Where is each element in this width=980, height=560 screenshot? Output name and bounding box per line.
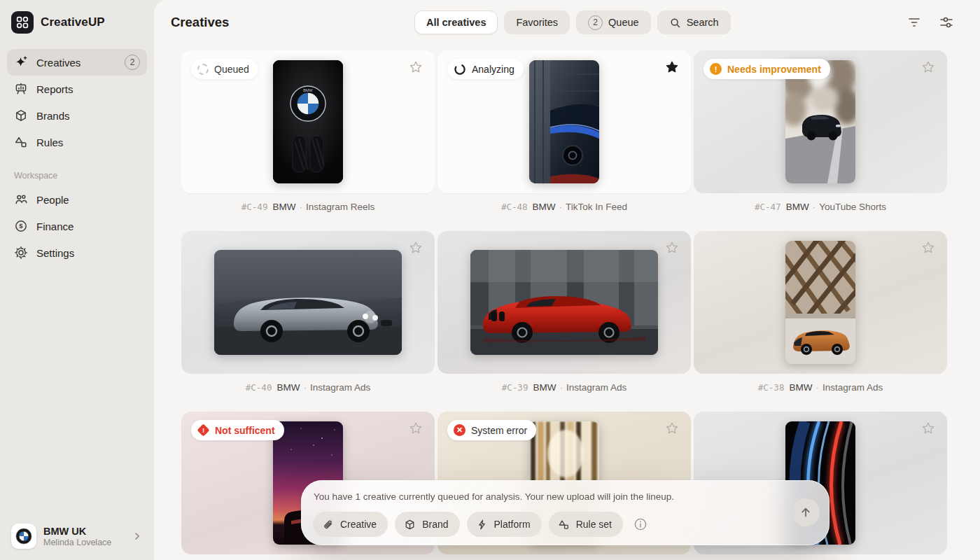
creative-platform: Instagram Ads [310, 382, 370, 393]
sidebar-item-reports[interactable]: Reports [7, 76, 147, 102]
dollar-circle-icon: $ [14, 219, 28, 233]
cube-icon [14, 108, 28, 122]
sidebar: CreativeUP Creatives 2 Reports [0, 0, 154, 560]
creative-thumbnail [785, 241, 855, 364]
composer-chips: Creative Brand Platform [313, 512, 649, 537]
chip-platform[interactable]: Platform [467, 512, 542, 537]
dot-separator: · [559, 202, 563, 212]
creative-caption: #C-48BMW·TikTok In Feed [438, 202, 691, 212]
info-icon[interactable] [634, 517, 649, 532]
status-badge: ! Needs improvement [704, 59, 830, 79]
sidebar-item-creatives[interactable]: Creatives 2 [7, 49, 147, 76]
creative-brand: BMW [272, 202, 295, 212]
favorite-star-button[interactable] [408, 420, 425, 437]
creative-brand: BMW [786, 202, 809, 212]
sliders-icon[interactable] [938, 15, 955, 30]
app-logo-icon [11, 11, 34, 34]
creative-thumbnail [214, 250, 402, 355]
status-label: Analyzing [472, 64, 514, 75]
chip-label: Rule set [576, 519, 612, 530]
dot-separator: · [816, 382, 819, 393]
bmw-roundel-avatar [11, 524, 36, 549]
tab-label: Search [687, 17, 719, 28]
favorite-star-button[interactable] [920, 239, 937, 256]
chip-creative[interactable]: Creative [313, 512, 388, 537]
favorite-star-button-active[interactable] [664, 59, 681, 76]
creative-cell: #C-39BMW·Instagram Ads [438, 231, 691, 412]
creative-card-c39[interactable] [438, 231, 691, 374]
svg-text:$: $ [19, 222, 23, 230]
creative-platform: Instagram Ads [822, 382, 883, 393]
chip-rule-set[interactable]: Rule set [549, 512, 623, 537]
sidebar-item-rules[interactable]: Rules [7, 129, 147, 155]
creative-card-c49[interactable]: BMW Queued [181, 50, 435, 193]
sidebar-item-label: Reports [36, 83, 74, 95]
cube-icon [404, 519, 416, 531]
creative-thumbnail [529, 60, 599, 183]
creative-id: #C-39 [502, 382, 528, 393]
creatives-count-badge: 2 [125, 55, 140, 70]
creative-card-c40[interactable] [181, 231, 435, 374]
creative-caption: #C-38BMW·Instagram Ads [694, 382, 947, 393]
tab-search[interactable]: Search [657, 10, 731, 34]
favorite-star-button[interactable] [920, 420, 937, 437]
creative-cell: #C-38BMW·Instagram Ads [694, 231, 947, 412]
sidebar-item-brands[interactable]: Brands [7, 102, 147, 129]
filter-icon[interactable] [906, 15, 923, 30]
favorite-star-button[interactable] [408, 59, 425, 76]
creative-platform: TikTok In Feed [566, 202, 627, 212]
sidebar-item-label: Rules [36, 136, 63, 148]
dot-separator: · [303, 382, 307, 393]
creative-cell: Analyzing #C-48BMW·TikTok In Feed [438, 50, 691, 231]
creative-card-c47[interactable]: ! Needs improvement [694, 50, 947, 193]
creative-id: #C-40 [246, 382, 272, 393]
creative-caption: #C-40BMW·Instagram Ads [181, 382, 435, 393]
creative-brand: BMW [533, 202, 556, 212]
tab-queue[interactable]: 2 Queue [576, 10, 651, 34]
chip-brand[interactable]: Brand [395, 512, 459, 537]
creative-platform: Instagram Ads [566, 382, 626, 393]
paperclip-icon [322, 519, 334, 531]
queue-count-badge: 2 [588, 15, 603, 30]
sparkle-icon [14, 55, 28, 69]
creative-thumbnail: BMW [273, 60, 343, 183]
dot-separator: · [813, 202, 816, 212]
status-label: Needs improvement [727, 64, 821, 75]
analyzing-spinner-icon [454, 63, 466, 76]
creative-brand: BMW [789, 382, 812, 393]
warning-icon: ! [710, 63, 722, 75]
creative-card-c38[interactable] [694, 231, 947, 374]
creative-cell: #C-40BMW·Instagram Ads [181, 231, 435, 412]
favorite-star-button[interactable] [920, 59, 937, 76]
svg-text:BMW: BMW [303, 88, 313, 92]
sidebar-item-people[interactable]: People [7, 186, 147, 213]
submit-upload-button[interactable] [792, 498, 820, 526]
sidebar-item-settings[interactable]: Settings [7, 239, 147, 266]
creative-id: #C-47 [755, 202, 781, 212]
queued-spinner-icon [197, 64, 209, 75]
composer-message: You have 1 creative currently queued for… [314, 491, 674, 502]
status-label: System error [471, 425, 527, 436]
creative-caption: #C-49BMW·Instagram Reels [181, 202, 435, 212]
creative-card-c48[interactable]: Analyzing [438, 50, 691, 193]
dot-separator: · [559, 382, 563, 393]
favorite-star-button[interactable] [664, 239, 681, 256]
shapes-icon [558, 519, 570, 531]
creative-brand: BMW [276, 382, 300, 393]
view-tabs: All creatives Favorites 2 Queue Search [414, 10, 731, 34]
tab-favorites[interactable]: Favorites [504, 10, 570, 34]
error-x-icon: ✕ [454, 424, 465, 436]
creative-thumbnail [470, 250, 658, 355]
sidebar-item-finance[interactable]: $ Finance [7, 213, 147, 239]
dot-separator: · [299, 202, 302, 212]
app-title: CreativeUP [41, 15, 105, 29]
tab-label: Queue [608, 17, 639, 28]
sidebar-item-label: Settings [36, 247, 74, 259]
favorite-star-button[interactable] [664, 420, 681, 437]
workspace-switcher[interactable]: BMW UK Melinda Lovelace [7, 524, 147, 549]
favorite-star-button[interactable] [408, 239, 425, 256]
main-panel: Creatives All creatives Favorites 2 Queu… [154, 0, 980, 560]
status-badge: Queued [191, 59, 258, 79]
status-badge: ! Not sufficent [191, 420, 284, 440]
tab-all-creatives[interactable]: All creatives [414, 10, 498, 34]
